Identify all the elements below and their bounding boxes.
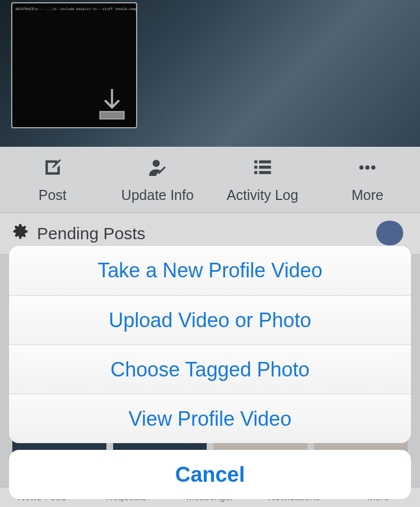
cancel-button[interactable]: Cancel (9, 450, 411, 499)
option-view-profile-video[interactable]: View Profile Video (9, 394, 411, 443)
action-sheet: Take a New Profile Video Upload Video or… (9, 246, 411, 499)
option-upload-video-or-photo[interactable]: Upload Video or Photo (9, 295, 411, 345)
option-choose-tagged-photo[interactable]: Choose Tagged Photo (9, 345, 411, 394)
action-sheet-options: Take a New Profile Video Upload Video or… (9, 246, 411, 443)
option-take-new-profile-video[interactable]: Take a New Profile Video (9, 246, 411, 295)
